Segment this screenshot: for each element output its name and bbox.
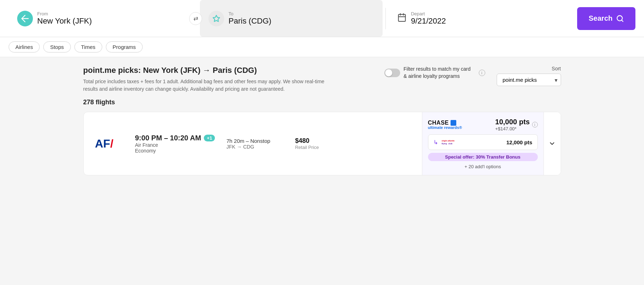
search-button[interactable]: Search [577,7,635,30]
price-label: Retail Price [295,145,338,150]
svg-text:flying: flying [442,142,447,145]
from-field-content: From New York (JFK) [37,11,92,26]
retail-price: $480 [295,137,338,145]
sort-wrapper: point.me picks Price Duration Points [497,74,561,86]
route-info: point.me picks: New York (JFK) → Paris (… [83,66,326,93]
airline-code-slash: / [110,137,113,150]
points-info-icon[interactable]: i [532,122,538,128]
results-header: point.me picks: New York (JFK) → Paris (… [83,66,561,93]
flying-club-logo: virgin atlantic flying club [442,138,459,146]
flight-main: AF/ 9:00 PM – 10:20 AM +1 Air France Eco… [84,112,422,175]
filter-bar: Airlines Stops Times Programs [0,37,644,57]
special-offer-badge: Special offer: 30% Transfer Bonus [428,153,538,161]
to-icon [208,11,224,26]
svg-text:virgin atlantic: virgin atlantic [442,140,455,142]
sort-select[interactable]: point.me picks Price Duration Points [497,74,561,86]
flight-time: 9:00 PM – 10:20 AM +1 [135,134,215,142]
swap-button[interactable]: ⇄ [189,12,202,25]
depart-value: 9/21/2022 [411,16,446,25]
airline-name: Air France [135,142,215,148]
depart-field[interactable]: Depart 9/21/2022 [389,0,571,37]
main-content: point.me picks: New York (JFK) → Paris (… [72,57,572,190]
airline-logo: AF/ [95,137,124,150]
to-field-content: To Paris (CDG) [228,11,271,26]
flight-route: JFK → CDG [226,144,284,150]
partner-row[interactable]: ↳ virgin atlantic flying club 12,000 pts [428,134,538,150]
flights-count: 278 flights [83,99,561,106]
chase-points-amount: 10,000 pts [495,118,530,126]
chase-logo: CHASE ultimate rewards® [428,120,462,130]
svg-marker-1 [213,15,220,21]
to-field[interactable]: To Paris (CDG) [200,0,383,37]
filter-toggle-area: Filter results to match my card & airlin… [384,66,485,80]
chase-row: CHASE ultimate rewards® 10,000 pts +$147… [428,118,538,131]
search-button-label: Search [589,14,613,22]
price-area: $480 Retail Price [295,137,338,150]
expand-button[interactable] [544,112,561,175]
flight-duration: 7h 20m – Nonstop JFK → CDG [226,138,284,150]
depart-label: Depart [411,11,446,16]
svg-rect-2 [398,14,405,21]
loyalty-filter-toggle[interactable] [384,69,400,77]
filter-info-icon[interactable]: i [479,70,485,76]
filter-toggle-label: Filter results to match my card & airlin… [404,66,475,80]
virgin-atlantic-logo-svg: virgin atlantic flying club [442,138,459,146]
ultimate-rewards-text: ultimate rewards® [428,125,462,130]
chase-points-extra: +$147.00* [495,126,530,131]
filter-pill-stops[interactable]: Stops [43,41,70,52]
airline-code-af: AF [95,137,110,150]
filter-pill-times[interactable]: Times [74,41,102,52]
filter-pill-airlines[interactable]: Airlines [9,41,40,52]
cabin-class: Economy [135,148,215,154]
svg-line-7 [621,20,623,21]
from-field[interactable]: From New York (JFK) [9,0,191,37]
to-value: Paris (CDG) [228,16,271,25]
route-subtitle: Total price includes taxes + fees for 1 … [83,78,326,93]
depart-field-content: Depart 9/21/2022 [411,11,446,26]
search-icon [616,15,624,22]
search-header: From New York (JFK) ⇄ To Paris (CDG) [0,0,644,37]
sort-label: Sort [552,66,561,71]
from-label: From [37,11,92,16]
flying-club-points: 12,000 pts [506,139,532,145]
sort-area: Sort point.me picks Price Duration Point… [497,66,561,86]
day-offset-badge: +1 [204,135,215,141]
toggle-knob [385,69,392,76]
from-value: New York (JFK) [37,16,92,25]
flight-card: AF/ 9:00 PM – 10:20 AM +1 Air France Eco… [83,112,561,175]
flight-info: 9:00 PM – 10:20 AM +1 Air France Economy [135,134,215,154]
transfer-arrow-icon: ↳ [433,139,438,146]
filter-pill-programs[interactable]: Programs [106,41,143,52]
route-title: point.me picks: New York (JFK) → Paris (… [83,66,326,75]
chase-square-icon [451,120,456,126]
add-options-text[interactable]: + 20 add'l options [428,164,538,169]
from-icon [17,11,33,26]
header-divider [385,8,386,29]
duration-text: 7h 20m – Nonstop [226,138,284,144]
calendar-icon [397,13,407,24]
svg-text:club: club [448,142,452,145]
departure-arrival: 9:00 PM – 10:20 AM [135,134,201,142]
to-label: To [228,11,271,16]
points-panel: CHASE ultimate rewards® 10,000 pts +$147… [422,112,544,175]
